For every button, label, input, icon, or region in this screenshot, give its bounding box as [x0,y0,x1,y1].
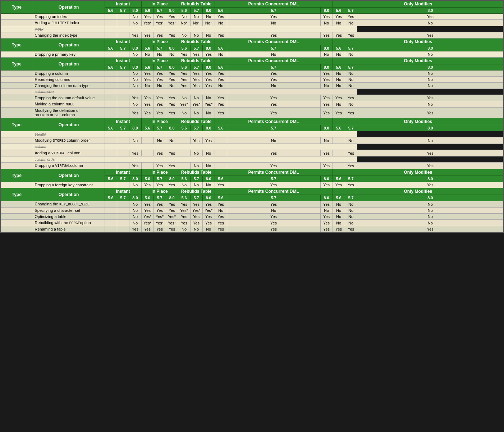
type-empty3 [0,26,33,32]
row-index-type: Changing the index type Yes Yes Yes Yes … [0,32,504,38]
idxtype-ip80: Yes [166,32,178,38]
op-drop-col-default: Dropping the column default value [33,95,105,101]
instant-header: Instant [105,0,141,8]
idxtype-ip57: Yes [154,32,166,38]
type-header-s2: Type [0,38,33,51]
row-drop-primary: Dropping a primary key No No No No Yes Y… [0,51,504,58]
fulltext-r56: No* [178,20,190,26]
row-charset: Specifying a character set No Yes Yes Ye… [0,208,504,214]
row-reordering-cols: Reordering columns No Yes Yes Yes Yes Ye… [0,77,504,83]
op-col-data-type: Changing the column data type [33,83,105,89]
v57-concurrent: 5.7 [227,8,320,14]
idxtype-c56: Yes [215,32,227,38]
op-key-block-size: Changing the KEY_BLOCK_SIZE [33,201,105,208]
fulltext-i56 [105,20,117,26]
fulltext-i57 [117,20,129,26]
row-making-col-null: Making a column NULL No Yes Yes Yes Yes*… [0,101,504,108]
idxtype-i80: Yes [129,32,141,38]
op-stored-col-order: Modifying STORED column order [33,137,105,144]
row-fulltext-index: Adding a FULLTEXT index No Yes* Yes* Yes… [0,20,504,26]
idxtype-r56: No [178,32,190,38]
idxtype-c80: Yes [320,32,333,38]
idxtype-c57: Yes [227,32,320,38]
onlymodifies-header: Only Modifies [333,0,504,8]
type-header-s6: Type [0,188,33,201]
idxtype-i57 [117,32,129,38]
op-index-strike: index [33,26,105,32]
main-container: Type Operation Instant In Place Rebuilds… [0,0,504,233]
dropping-index-om80: Yes [357,14,504,20]
idxtype-r80: No [202,32,215,38]
operation-header: Operation [33,0,105,14]
type-cell-empty [0,14,33,20]
dropping-index-i80: No [129,14,141,20]
onlymodifies-header-s2: Only Modifies [333,38,504,45]
idxtype-ip56: Yes [141,32,154,38]
operation-header-s4: Operation [33,118,105,131]
v57-inplace: 5.7 [154,8,166,14]
row-dropping-index: Dropping an index No Yes Yes Yes No No N… [0,14,504,20]
row-stored-col-order: Modifying STORED column order No No No Y… [0,137,504,144]
v57-instant: 5.7 [117,8,129,14]
fulltext-ip57: Yes* [154,20,166,26]
fulltext-code: FULLTEXT [51,21,69,25]
dropping-index-c56: Yes [215,14,227,20]
dropping-index-om57: Yes [345,14,357,20]
fulltext-c80: No [320,20,333,26]
row-dropping-column: Dropping a column No Yes Yes Yes Yes Yes… [0,71,504,77]
op-colsize-strike: column size [33,89,105,95]
section5-header-row1: Type Operation Instant In Place Rebuilds… [0,169,504,176]
section6-header-row1: Type Operation Instant In Place Rebuilds… [0,188,504,195]
op-drop-primary: Dropping a primary key [33,51,105,58]
v56-rebuilds: 5.6 [178,8,190,14]
dropping-index-r57: No [190,14,202,20]
fulltext-r80: No* [202,20,215,26]
fulltext-c56: No [215,20,227,26]
op-dropping-index: Dropping an index [33,14,105,20]
v57-only: 5.7 [345,8,357,14]
row-add-virtual: Adding a VIRTUAL column Yes Yes Yes No N… [0,150,504,156]
fulltext-r57: No* [190,20,202,26]
type-cell-empty2 [0,20,33,26]
row-index-strikethrough: index [0,26,504,32]
v56-only: 5.6 [333,8,345,14]
row-col-size-strike: column size [0,89,504,95]
idxtype-om57: Yes [345,32,357,38]
dropping-index-i57 [117,14,129,20]
dropping-index-om56: Yes [333,14,345,20]
op-dropping-column: Dropping a column [33,71,105,77]
type-header: Type [0,0,33,14]
fulltext-i80: No [129,20,141,26]
v80-rebuilds: 8.0 [202,8,215,14]
op-col-order-strike: column order [33,156,105,163]
v80-instant: 8.0 [129,8,141,14]
op-drop-virtual: Dropping a VIRTUALcolumn [33,163,105,169]
v56-instant: 5.6 [105,8,117,14]
row-drop-col-default: Dropping the column default value Yes Ye… [0,95,504,101]
main-table: Type Operation Instant In Place Rebuilds… [0,0,504,233]
op-index-type: Changing the index type [33,32,105,38]
section1-header-row1: Type Operation Instant In Place Rebuilds… [0,0,504,8]
operation-header-s5: Operation [33,169,105,182]
operation-header-s3: Operation [33,58,105,71]
op-drop-fk: Dropping a foreign key constraint [33,182,105,188]
dropping-index-ip80: Yes [166,14,178,20]
v56-inplace: 5.6 [141,8,154,14]
dropping-index-ip57: Yes [154,14,166,20]
row-drop-fk: Dropping a foreign key constraint No Yes… [0,182,504,188]
fulltext-om80: No [357,20,504,26]
fulltext-c57: No [227,20,320,26]
dropping-index-r56: No [178,14,190,20]
op-fulltext-index: Adding a FULLTEXT index [33,20,105,26]
row-enum-set: Modifying the definition ofan ENUM or SE… [0,108,504,118]
idxtype-r57: No [190,32,202,38]
section2-header-row1: Type Operation Instant In Place Rebuilds… [0,38,504,45]
index-strike-empty [105,26,357,32]
op-enum-set: Modifying the definition ofan ENUM or SE… [33,108,105,118]
fulltext-om57: No [345,20,357,26]
dropping-index-c57: Yes [227,14,320,20]
op-optimize-table: Optimizing a table [33,214,105,220]
row-drop-virtual: Dropping a VIRTUALcolumn Yes Yes Yes No … [0,163,504,169]
op-col-strike3: column [33,144,105,150]
instant-header-s2: Instant [105,38,141,45]
